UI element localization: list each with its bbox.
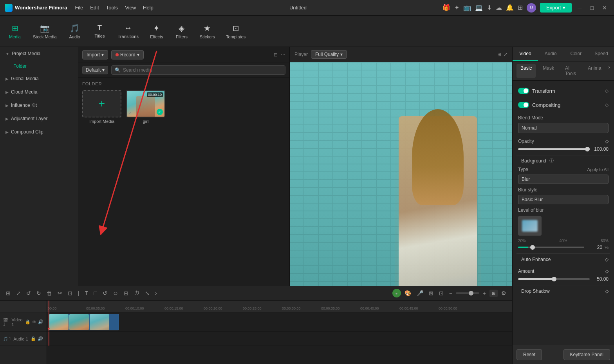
timeline-emoji[interactable]: ☺ [111,288,120,298]
timeline-grid-view[interactable]: ⊞ [489,290,498,297]
auto-enhance-keyframe-icon[interactable]: ◇ [605,257,609,262]
magic-icon[interactable]: ✦ [454,4,459,11]
more-icon[interactable]: ⋯ [281,52,285,58]
timeline-text[interactable]: T [83,288,90,298]
sub-tab-ai-tools[interactable]: AI Tools [561,64,581,78]
quality-button[interactable]: Full Quality ▾ [311,50,347,59]
video-clip[interactable] [49,314,119,330]
sidebar-item-project-media[interactable]: ▼ Project Media [0,47,78,60]
grid-icon[interactable]: ⊞ [518,4,523,11]
menu-tools[interactable]: Tools [106,5,118,11]
import-media-thumb[interactable]: + Import Media [82,90,121,124]
search-input[interactable] [123,67,282,73]
timeline-frame[interactable]: □ [92,288,99,298]
track-volume-icon[interactable]: 🔊 [38,319,43,324]
screen-icon[interactable]: 📺 [463,4,471,11]
compositing-header[interactable]: Compositing ◇ [516,99,610,111]
menu-file[interactable]: File [75,5,83,11]
timeline-settings[interactable]: ⚙ [499,288,508,298]
sidebar-item-influence-kit[interactable]: ▶ Influence Kit [0,99,78,112]
timeline-color-grade[interactable]: 🎨 [403,288,413,298]
download-icon[interactable]: ⬇ [487,4,492,11]
gift-icon[interactable]: 🎁 [442,4,450,11]
toolbar-audio[interactable]: 🎵 Audio [63,21,87,41]
timeline-snap[interactable]: ⊡ [437,288,446,298]
timeline-record-btn[interactable]: ● [392,289,401,297]
timeline-marker[interactable]: ⊠ [427,288,435,298]
fullscreen-icon[interactable]: ⤢ [504,52,507,57]
filter-icon[interactable]: ⊟ [274,52,278,58]
toolbar-stock-media[interactable]: 📷 Stock Media [28,21,61,41]
timeline-timer[interactable]: ⏱ [132,288,141,298]
timeline-caption[interactable]: ⊟ [122,288,130,298]
timeline-more[interactable]: › [153,288,159,298]
import-button[interactable]: Import ▾ [82,50,108,59]
toolbar-effects[interactable]: ✦ Effects [145,21,168,41]
tab-video[interactable]: Video [513,47,538,61]
opacity-slider[interactable] [518,148,590,150]
amount-keyframe-icon[interactable]: ◇ [605,268,609,274]
tab-color[interactable]: Color [563,47,589,61]
zoom-out[interactable]: − [447,288,454,298]
toolbar-titles[interactable]: T Titles [88,22,112,41]
sub-tab-mask[interactable]: Mask [539,64,558,78]
audio-track-volume-icon[interactable]: 🔊 [38,336,43,341]
tab-audio[interactable]: Audio [538,47,563,61]
amount-slider[interactable] [518,278,590,280]
more-tabs-icon[interactable]: › [608,64,610,78]
transform-toggle[interactable] [518,88,529,94]
close-button[interactable]: ✕ [600,5,609,11]
timeline-redo[interactable]: ↻ [34,288,43,298]
blur-style-select[interactable]: Basic Blur [518,195,609,204]
opacity-keyframe-icon[interactable]: ◇ [605,139,609,144]
split-view-icon[interactable]: ⊞ [497,52,501,57]
blend-mode-select[interactable]: Normal [518,123,609,133]
toolbar-media[interactable]: ⊞ Media [3,21,27,41]
bell-icon[interactable]: 🔔 [506,4,514,11]
sub-tab-basic[interactable]: Basic [516,64,536,78]
background-info-icon[interactable]: ⓘ [549,158,554,164]
sidebar-item-compound-clip[interactable]: ▶ Compound Clip [0,125,78,139]
timeline-split[interactable]: | [76,288,81,298]
menu-view[interactable]: View [125,5,136,11]
blur-type-select[interactable]: Blur [518,175,609,184]
drop-shadow-keyframe-icon[interactable]: ◇ [605,288,609,294]
folder-label[interactable]: Folder [5,62,72,70]
timeline-cut[interactable]: ✂ [56,288,64,298]
clip-thumb[interactable]: 00:00:10 ↙ ✓ girl [126,90,165,124]
toolbar-stickers[interactable]: ★ Stickers [195,21,220,41]
import-box[interactable]: + [82,90,121,117]
timeline-delete[interactable]: 🗑 [45,288,54,298]
menu-edit[interactable]: Edit [90,5,99,11]
keyframe-panel-button[interactable]: Keyframe Panel [563,349,610,360]
timeline-select-tool[interactable]: ⊞ [4,288,13,298]
tab-speed[interactable]: Speed [589,47,614,61]
toolbar-transitions[interactable]: ↔ Transitions [113,21,143,41]
sub-tab-anima[interactable]: Anima [584,64,605,78]
track-eye-icon[interactable]: 👁 [32,319,36,324]
compositing-keyframe-icon[interactable]: ◇ [605,102,609,108]
toolbar-templates[interactable]: ⊡ Templates [221,21,250,41]
maximize-button[interactable]: □ [588,5,596,11]
menu-help[interactable]: Help [143,5,154,11]
user-avatar[interactable]: U [527,3,536,13]
reset-button[interactable]: Reset [516,349,542,360]
record-button[interactable]: Record ▾ [111,50,144,59]
timeline-crop[interactable]: ⊡ [66,288,74,298]
audio-track-lock-icon[interactable]: 🔒 [31,336,36,341]
timeline-undo[interactable]: ↺ [24,288,33,298]
sidebar-item-cloud-media[interactable]: ▶ Cloud Media [0,85,78,99]
monitor-icon[interactable]: 💻 [475,4,483,11]
cloud-icon[interactable]: ☁ [496,4,502,11]
blur-amount-slider[interactable] [518,247,584,248]
sidebar-item-global-media[interactable]: ▶ Global Media [0,72,78,85]
track-lock-icon[interactable]: 🔒 [25,319,31,324]
timeline-mic[interactable]: 🎤 [415,288,425,298]
zoom-in[interactable]: + [481,288,488,298]
transform-keyframe-icon[interactable]: ◇ [605,88,609,94]
timeline-rotate[interactable]: ↺ [101,288,109,298]
compositing-toggle[interactable] [518,102,529,108]
timeline-ripple-tool[interactable]: ⤢ [14,288,23,298]
timeline-zoom-fit[interactable]: ⤡ [143,288,152,298]
sidebar-item-adjustment-layer[interactable]: ▶ Adjustment Layer [0,112,78,125]
